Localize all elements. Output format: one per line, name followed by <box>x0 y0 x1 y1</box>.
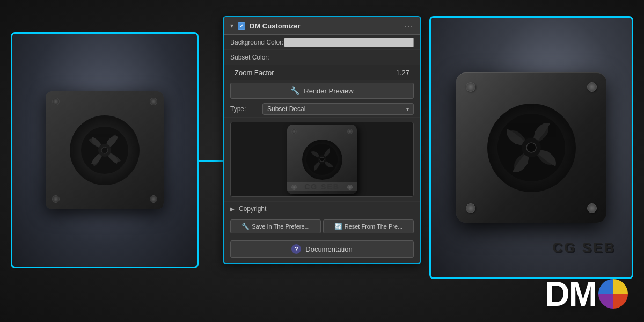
right-screw-tl <box>466 82 475 92</box>
preview-image-area: CG SEB <box>230 122 414 197</box>
save-button-label: Save In The Prefere... <box>252 223 309 230</box>
preview-thumbnail: CG SEB <box>287 125 357 194</box>
left-connector <box>199 160 225 162</box>
copyright-row[interactable]: ▶ Copyright <box>224 201 420 216</box>
question-mark-icon: ? <box>291 244 301 254</box>
play-arrow-icon: ▶ <box>230 206 235 212</box>
center-panel: ▾ DM Customizer ··· Background Color: Su… <box>223 16 421 264</box>
left-fan-square <box>46 91 164 209</box>
preview-screw-tl <box>291 129 297 134</box>
panel-content: Background Color: Subset Color: Zoom Fac… <box>224 35 420 263</box>
type-label: Type: <box>230 105 262 113</box>
svg-point-8 <box>526 143 536 152</box>
right-fan-square <box>456 72 606 223</box>
preview-fan-circle <box>302 140 342 180</box>
screw-bottom-left <box>52 195 60 203</box>
type-dropdown[interactable]: Subset Decal ▾ <box>262 103 414 115</box>
preview-fan-square: CG SEB <box>287 125 357 194</box>
reset-button-label: Reset From The Pre... <box>345 223 403 230</box>
screw-bottom-right <box>150 195 157 203</box>
type-dropdown-value: Subset Decal <box>267 105 305 113</box>
right-screw-tr <box>587 82 597 92</box>
documentation-button[interactable]: ? Documentation <box>230 240 414 258</box>
screw-top-left <box>52 98 60 105</box>
background-color-row: Background Color: <box>224 35 420 50</box>
bottom-buttons-row: 🔧 Save In The Prefere... 🔄 Reset From Th… <box>224 216 420 237</box>
render-preview-button[interactable]: 🔧 Render Preview <box>230 83 414 99</box>
left-fan-container <box>12 34 197 267</box>
panel-menu-icon[interactable]: ··· <box>404 21 414 30</box>
left-fan-circle <box>70 115 140 185</box>
panel-title: DM Customizer <box>250 22 400 30</box>
reset-preferences-button[interactable]: 🔄 Reset From The Pre... <box>323 219 414 233</box>
save-icon: 🔧 <box>241 223 250 230</box>
right-cg-seb-label: CG SEB <box>552 239 616 256</box>
subset-color-label: Subset Color: <box>230 54 269 61</box>
save-preferences-button[interactable]: 🔧 Save In The Prefere... <box>230 219 321 233</box>
panel-checkbox[interactable] <box>238 22 245 30</box>
reset-icon: 🔄 <box>334 223 342 230</box>
zoom-factor-label: Zoom Factor <box>230 69 396 77</box>
preview-fan-blades <box>306 143 338 175</box>
right-fan-circle <box>487 104 576 192</box>
right-fan-container: CG SEB <box>431 18 632 277</box>
panel-header: ▾ DM Customizer ··· <box>224 17 420 35</box>
svg-point-5 <box>320 157 324 162</box>
dmc-text: DM <box>545 277 596 311</box>
preview-cg-seb-label: CG SEB <box>287 182 357 191</box>
collapse-arrow-icon[interactable]: ▾ <box>230 22 233 30</box>
svg-point-2 <box>101 147 108 153</box>
screw-top-right <box>150 98 157 105</box>
render-preview-label: Render Preview <box>304 87 354 95</box>
type-row: Type: Subset Decal ▾ <box>224 101 420 118</box>
zoom-factor-value: 1.27 <box>396 69 414 77</box>
dmc-logo: DM <box>545 277 628 311</box>
dmc-circle-icon <box>598 279 628 309</box>
right-fan-blades <box>496 113 566 182</box>
documentation-label: Documentation <box>305 245 352 253</box>
preview-screw-tr <box>347 129 353 134</box>
chevron-down-icon: ▾ <box>406 106 409 112</box>
right-preview-panel: CG SEB <box>429 16 633 279</box>
zoom-factor-row: Zoom Factor 1.27 <box>224 65 420 80</box>
background-color-label: Background Color: <box>230 39 284 46</box>
wrench-icon: 🔧 <box>290 86 299 95</box>
right-screw-br <box>587 203 597 213</box>
background-color-swatch[interactable] <box>284 38 414 47</box>
right-screw-bl <box>466 203 475 213</box>
left-fan-blades <box>80 126 129 174</box>
subset-color-row: Subset Color: <box>224 50 420 65</box>
left-preview-panel <box>11 32 199 268</box>
copyright-label: Copyright <box>239 205 266 213</box>
